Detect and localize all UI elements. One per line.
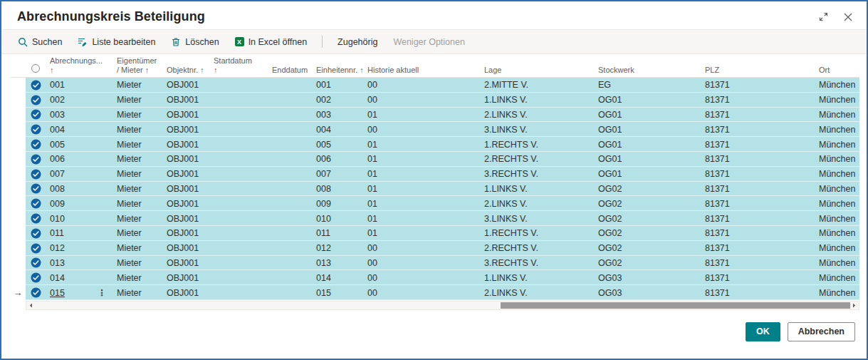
column-header-historie[interactable]: Historie aktuell	[363, 66, 480, 75]
cell-owner[interactable]: Mieter	[113, 256, 162, 271]
cell-enddatum[interactable]	[268, 93, 312, 108]
cell-einheitennr[interactable]: 002	[312, 93, 363, 108]
row-selected-check-icon[interactable]	[26, 122, 46, 137]
cell-nr[interactable]: 008	[46, 182, 113, 197]
cell-owner[interactable]: Mieter	[113, 285, 162, 300]
cell-plz[interactable]: 81371	[701, 78, 815, 93]
cell-objektnr[interactable]: OBJ001	[162, 256, 209, 271]
row-selected-check-icon[interactable]	[26, 182, 46, 197]
cell-owner[interactable]: Mieter	[113, 152, 162, 167]
cell-startdatum[interactable]	[209, 182, 268, 197]
row-selected-check-icon[interactable]	[26, 78, 46, 93]
cell-owner[interactable]: Mieter	[113, 93, 162, 108]
edit-list-button[interactable]: Liste bearbeiten	[70, 30, 163, 53]
cell-nr[interactable]: 011	[46, 226, 113, 241]
cell-plz[interactable]: 81371	[701, 108, 815, 123]
cell-nr[interactable]: 012	[46, 241, 113, 256]
cell-objektnr[interactable]: OBJ001	[162, 211, 209, 226]
cell-stockwerk[interactable]: OG01	[594, 93, 701, 108]
cell-enddatum[interactable]	[268, 108, 312, 123]
cell-enddatum[interactable]	[268, 196, 312, 211]
cell-stockwerk[interactable]: OG03	[594, 285, 701, 300]
cell-plz[interactable]: 81371	[701, 285, 815, 300]
row-selected-check-icon[interactable]	[26, 256, 46, 271]
cell-lage[interactable]: 2.LINKS V.	[480, 108, 594, 123]
cell-enddatum[interactable]	[268, 78, 312, 93]
cell-nr[interactable]: 006	[46, 152, 113, 167]
row-selected-check-icon[interactable]	[26, 108, 46, 123]
cell-lage[interactable]: 1.RECHTS V.	[480, 226, 594, 241]
column-header-plz[interactable]: PLZ	[701, 66, 815, 75]
scroll-right-icon[interactable]	[849, 302, 859, 309]
cell-einheitennr[interactable]: 003	[312, 108, 363, 123]
delete-button[interactable]: Löschen	[163, 30, 226, 53]
cell-enddatum[interactable]	[268, 137, 312, 152]
cell-lage[interactable]: 2.LINKS V.	[480, 285, 594, 300]
cell-enddatum[interactable]	[268, 152, 312, 167]
cell-enddatum[interactable]	[268, 182, 312, 197]
horizontal-scrollbar[interactable]	[26, 301, 859, 310]
cell-historie[interactable]: 01	[363, 152, 480, 167]
cell-einheitennr[interactable]: 009	[312, 196, 363, 211]
cell-lage[interactable]: 1.LINKS V.	[480, 93, 594, 108]
column-header-enddatum[interactable]: Enddatum	[268, 66, 312, 75]
cell-startdatum[interactable]	[209, 167, 268, 182]
table-row[interactable]: 010MieterOBJ001010013.LINKS V.OG0281371M…	[10, 211, 859, 226]
cell-historie[interactable]: 01	[363, 182, 480, 197]
table-row[interactable]: 006MieterOBJ001006012.RECHTS V.OG0181371…	[10, 152, 859, 167]
cell-lage[interactable]: 3.RECHTS V.	[480, 256, 594, 271]
column-header-ort[interactable]: Ort	[815, 66, 859, 75]
cell-einheitennr[interactable]: 015	[312, 285, 363, 300]
cell-historie[interactable]: 01	[363, 167, 480, 182]
cell-objektnr[interactable]: OBJ001	[162, 122, 209, 137]
cell-historie[interactable]: 01	[363, 211, 480, 226]
cell-einheitennr[interactable]: 013	[312, 256, 363, 271]
cell-enddatum[interactable]	[268, 211, 312, 226]
cell-einheitennr[interactable]: 011	[312, 226, 363, 241]
cell-lage[interactable]: 2.RECHTS V.	[480, 241, 594, 256]
cell-owner[interactable]: Mieter	[113, 122, 162, 137]
cell-plz[interactable]: 81371	[701, 241, 815, 256]
cell-einheitennr[interactable]: 008	[312, 182, 363, 197]
cell-stockwerk[interactable]: OG02	[594, 196, 701, 211]
cell-objektnr[interactable]: OBJ001	[162, 226, 209, 241]
cell-objektnr[interactable]: OBJ001	[162, 182, 209, 197]
cell-owner[interactable]: Mieter	[113, 167, 162, 182]
cell-stockwerk[interactable]: OG01	[594, 137, 701, 152]
cell-lage[interactable]: 2.LINKS V.	[480, 196, 594, 211]
cell-einheitennr[interactable]: 005	[312, 137, 363, 152]
cell-objektnr[interactable]: OBJ001	[162, 93, 209, 108]
cell-owner[interactable]: Mieter	[113, 270, 162, 285]
select-all-button[interactable]	[26, 64, 46, 75]
cell-historie[interactable]: 00	[363, 93, 480, 108]
cell-ort[interactable]: München	[815, 285, 859, 300]
row-selected-check-icon[interactable]	[26, 167, 46, 182]
cell-ort[interactable]: München	[815, 93, 859, 108]
cell-plz[interactable]: 81371	[701, 256, 815, 271]
cell-startdatum[interactable]	[209, 256, 268, 271]
cell-einheitennr[interactable]: 007	[312, 167, 363, 182]
cell-objektnr[interactable]: OBJ001	[162, 285, 209, 300]
cell-owner[interactable]: Mieter	[113, 108, 162, 123]
cell-enddatum[interactable]	[268, 285, 312, 300]
table-row[interactable]: 014MieterOBJ001014001.LINKS V.OG0381371M…	[10, 270, 859, 285]
cell-einheitennr[interactable]: 001	[312, 78, 363, 93]
cell-stockwerk[interactable]: OG01	[594, 108, 701, 123]
cell-historie[interactable]: 00	[363, 122, 480, 137]
cell-ort[interactable]: München	[815, 78, 859, 93]
column-header-objektnr[interactable]: Objektnr. ↑	[162, 66, 209, 75]
cell-plz[interactable]: 81371	[701, 211, 815, 226]
close-icon[interactable]	[844, 13, 852, 21]
cell-stockwerk[interactable]: OG02	[594, 241, 701, 256]
cell-stockwerk[interactable]: OG02	[594, 211, 701, 226]
cell-owner[interactable]: Mieter	[113, 182, 162, 197]
related-menu-button[interactable]: Zugehörig	[330, 30, 385, 53]
cell-ort[interactable]: München	[815, 196, 859, 211]
cell-startdatum[interactable]	[209, 211, 268, 226]
cancel-button[interactable]: Abbrechen	[788, 322, 855, 341]
cell-objektnr[interactable]: OBJ001	[162, 196, 209, 211]
cell-lage[interactable]: 3.LINKS V.	[480, 211, 594, 226]
cell-ort[interactable]: München	[815, 108, 859, 123]
cell-nr[interactable]: 013	[46, 256, 113, 271]
cell-owner[interactable]: Mieter	[113, 196, 162, 211]
